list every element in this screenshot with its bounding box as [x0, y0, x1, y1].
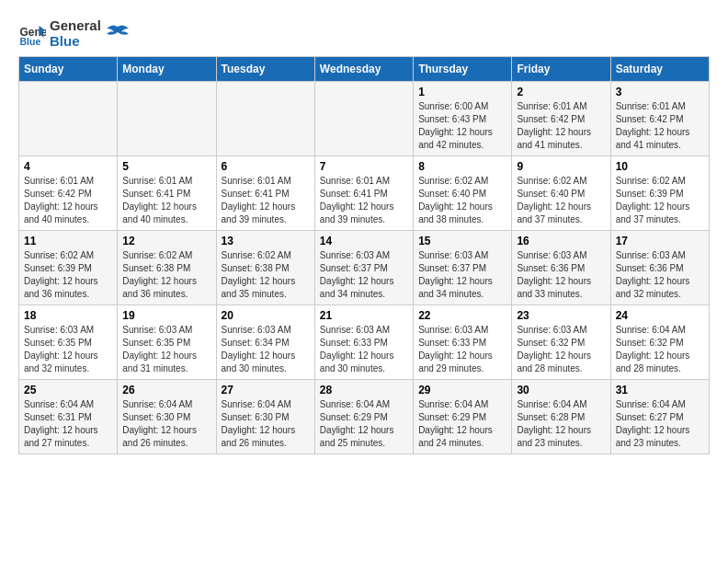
day-info: Sunrise: 6:04 AM Sunset: 6:29 PM Dayligh… [320, 398, 408, 450]
weekday-header-tuesday: Tuesday [216, 57, 314, 82]
day-number: 24 [616, 309, 704, 322]
logo: General Blue General Blue [18, 18, 131, 49]
day-info: Sunrise: 6:03 AM Sunset: 6:37 PM Dayligh… [320, 249, 408, 301]
day-info: Sunrise: 6:01 AM Sunset: 6:42 PM Dayligh… [517, 100, 605, 152]
day-number: 27 [222, 384, 310, 396]
day-number: 12 [122, 235, 210, 247]
day-number: 11 [24, 235, 112, 247]
day-info: Sunrise: 6:03 AM Sunset: 6:33 PM Dayligh… [320, 324, 408, 375]
calendar-cell: 17Sunrise: 6:03 AM Sunset: 6:36 PM Dayli… [610, 231, 709, 305]
day-info: Sunrise: 6:04 AM Sunset: 6:30 PM Dayligh… [122, 398, 210, 450]
day-info: Sunrise: 6:01 AM Sunset: 6:41 PM Dayligh… [122, 175, 210, 226]
calendar-cell: 19Sunrise: 6:03 AM Sunset: 6:35 PM Dayli… [118, 305, 216, 380]
day-info: Sunrise: 6:02 AM Sunset: 6:40 PM Dayligh… [418, 175, 506, 226]
logo-blue: Blue [50, 34, 101, 50]
calendar-cell: 27Sunrise: 6:04 AM Sunset: 6:30 PM Dayli… [216, 380, 314, 454]
calendar-cell: 11Sunrise: 6:02 AM Sunset: 6:39 PM Dayli… [19, 231, 118, 305]
calendar-cell: 7Sunrise: 6:01 AM Sunset: 6:41 PM Daylig… [314, 156, 413, 231]
day-number: 25 [24, 384, 112, 396]
calendar-week-row: 1Sunrise: 6:00 AM Sunset: 6:43 PM Daylig… [19, 82, 710, 156]
day-info: Sunrise: 6:04 AM Sunset: 6:29 PM Dayligh… [418, 398, 506, 450]
calendar-cell: 3Sunrise: 6:01 AM Sunset: 6:42 PM Daylig… [610, 82, 709, 156]
day-info: Sunrise: 6:04 AM Sunset: 6:31 PM Dayligh… [24, 398, 112, 450]
calendar-cell: 18Sunrise: 6:03 AM Sunset: 6:35 PM Dayli… [19, 305, 118, 380]
day-number: 17 [616, 235, 704, 247]
day-number: 31 [616, 384, 704, 396]
calendar-cell: 16Sunrise: 6:03 AM Sunset: 6:36 PM Dayli… [512, 231, 610, 305]
weekday-header-friday: Friday [512, 57, 610, 82]
calendar-cell: 14Sunrise: 6:03 AM Sunset: 6:37 PM Dayli… [314, 231, 413, 305]
day-number: 18 [24, 309, 112, 322]
calendar-cell [118, 82, 216, 156]
day-number: 16 [517, 235, 605, 247]
day-number: 5 [122, 160, 210, 173]
day-info: Sunrise: 6:03 AM Sunset: 6:34 PM Dayligh… [222, 324, 310, 375]
day-info: Sunrise: 6:03 AM Sunset: 6:36 PM Dayligh… [616, 249, 704, 301]
day-number: 30 [517, 384, 605, 396]
calendar-cell: 6Sunrise: 6:01 AM Sunset: 6:41 PM Daylig… [216, 156, 314, 231]
day-number: 26 [122, 384, 210, 396]
calendar-cell: 15Sunrise: 6:03 AM Sunset: 6:37 PM Dayli… [414, 231, 512, 305]
day-number: 23 [517, 309, 605, 322]
calendar-week-row: 11Sunrise: 6:02 AM Sunset: 6:39 PM Dayli… [19, 231, 710, 305]
day-info: Sunrise: 6:01 AM Sunset: 6:41 PM Dayligh… [222, 175, 310, 226]
day-number: 7 [320, 160, 408, 173]
svg-text:Blue: Blue [20, 36, 41, 47]
calendar-cell: 22Sunrise: 6:03 AM Sunset: 6:33 PM Dayli… [414, 305, 512, 380]
calendar-cell: 12Sunrise: 6:02 AM Sunset: 6:38 PM Dayli… [118, 231, 216, 305]
day-info: Sunrise: 6:02 AM Sunset: 6:39 PM Dayligh… [24, 249, 112, 301]
day-number: 20 [222, 309, 310, 322]
day-info: Sunrise: 6:02 AM Sunset: 6:39 PM Dayligh… [616, 175, 704, 226]
day-number: 2 [517, 86, 605, 98]
day-info: Sunrise: 6:04 AM Sunset: 6:30 PM Dayligh… [222, 398, 310, 450]
day-info: Sunrise: 6:03 AM Sunset: 6:32 PM Dayligh… [517, 324, 605, 375]
weekday-header-thursday: Thursday [414, 57, 512, 82]
calendar-cell: 26Sunrise: 6:04 AM Sunset: 6:30 PM Dayli… [118, 380, 216, 454]
calendar-week-row: 4Sunrise: 6:01 AM Sunset: 6:42 PM Daylig… [19, 156, 710, 231]
day-info: Sunrise: 6:02 AM Sunset: 6:38 PM Dayligh… [222, 249, 310, 301]
calendar-cell: 10Sunrise: 6:02 AM Sunset: 6:39 PM Dayli… [610, 156, 709, 231]
day-info: Sunrise: 6:02 AM Sunset: 6:38 PM Dayligh… [122, 249, 210, 301]
logo-general: General [50, 18, 101, 34]
day-number: 28 [320, 384, 408, 396]
calendar-cell: 2Sunrise: 6:01 AM Sunset: 6:42 PM Daylig… [512, 82, 610, 156]
calendar-cell: 23Sunrise: 6:03 AM Sunset: 6:32 PM Dayli… [512, 305, 610, 380]
day-info: Sunrise: 6:03 AM Sunset: 6:35 PM Dayligh… [122, 324, 210, 375]
weekday-header-row: SundayMondayTuesdayWednesdayThursdayFrid… [19, 57, 710, 82]
calendar-cell: 9Sunrise: 6:02 AM Sunset: 6:40 PM Daylig… [512, 156, 610, 231]
day-number: 14 [320, 235, 408, 247]
day-number: 3 [616, 86, 704, 98]
calendar-table: SundayMondayTuesdayWednesdayThursdayFrid… [18, 56, 710, 454]
day-info: Sunrise: 6:04 AM Sunset: 6:27 PM Dayligh… [616, 398, 704, 450]
day-number: 22 [418, 309, 506, 322]
calendar-cell: 8Sunrise: 6:02 AM Sunset: 6:40 PM Daylig… [414, 156, 512, 231]
day-number: 29 [418, 384, 506, 396]
calendar-cell: 25Sunrise: 6:04 AM Sunset: 6:31 PM Dayli… [19, 380, 118, 454]
calendar-cell [19, 82, 118, 156]
day-info: Sunrise: 6:00 AM Sunset: 6:43 PM Dayligh… [418, 100, 506, 152]
logo-bird-icon [105, 21, 131, 47]
day-number: 4 [24, 160, 112, 173]
day-info: Sunrise: 6:01 AM Sunset: 6:41 PM Dayligh… [320, 175, 408, 226]
day-number: 21 [320, 309, 408, 322]
calendar-cell: 30Sunrise: 6:04 AM Sunset: 6:28 PM Dayli… [512, 380, 610, 454]
page-header: General Blue General Blue [18, 18, 710, 49]
day-number: 19 [122, 309, 210, 322]
calendar-cell: 28Sunrise: 6:04 AM Sunset: 6:29 PM Dayli… [314, 380, 413, 454]
calendar-cell [216, 82, 314, 156]
day-number: 9 [517, 160, 605, 173]
calendar-cell: 4Sunrise: 6:01 AM Sunset: 6:42 PM Daylig… [19, 156, 118, 231]
day-info: Sunrise: 6:03 AM Sunset: 6:35 PM Dayligh… [24, 324, 112, 375]
calendar-cell [314, 82, 413, 156]
day-number: 6 [222, 160, 310, 173]
calendar-cell: 24Sunrise: 6:04 AM Sunset: 6:32 PM Dayli… [610, 305, 709, 380]
calendar-cell: 21Sunrise: 6:03 AM Sunset: 6:33 PM Dayli… [314, 305, 413, 380]
weekday-header-sunday: Sunday [19, 57, 118, 82]
calendar-week-row: 18Sunrise: 6:03 AM Sunset: 6:35 PM Dayli… [19, 305, 710, 380]
calendar-cell: 1Sunrise: 6:00 AM Sunset: 6:43 PM Daylig… [414, 82, 512, 156]
day-number: 1 [418, 86, 506, 98]
day-number: 15 [418, 235, 506, 247]
day-info: Sunrise: 6:04 AM Sunset: 6:28 PM Dayligh… [517, 398, 605, 450]
day-info: Sunrise: 6:04 AM Sunset: 6:32 PM Dayligh… [616, 324, 704, 375]
weekday-header-wednesday: Wednesday [314, 57, 413, 82]
